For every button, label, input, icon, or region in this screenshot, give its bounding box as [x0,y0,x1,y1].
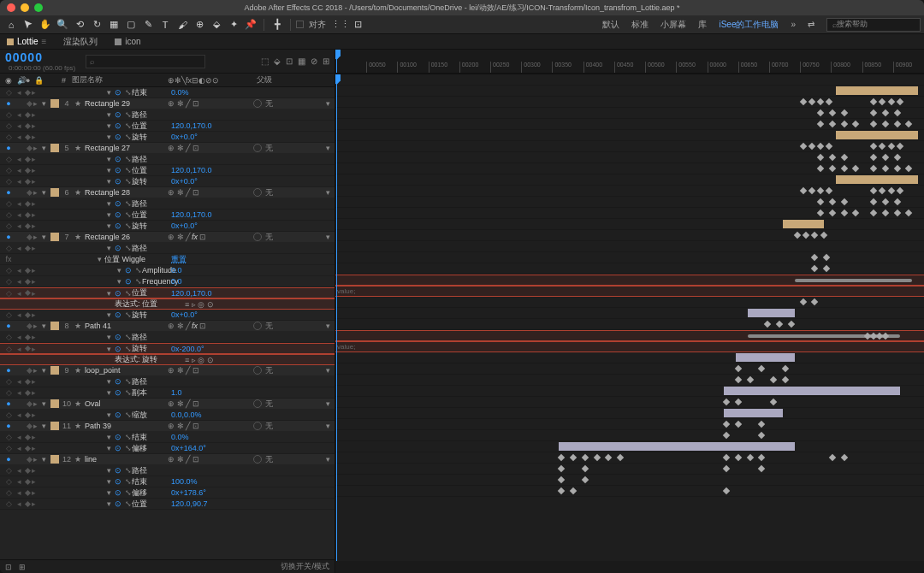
keyframe-icon[interactable] [799,98,806,105]
layer-row[interactable]: ● ▸ ▾ 10 ★ Oval ⊕ ✻ ╱ ⊡ 无▾ [0,399,335,410]
expand-toggle[interactable]: ▾ [38,422,49,430]
workspace-custom[interactable]: iSee的工作电脑 [719,19,779,31]
layer-name[interactable]: Rectangle 28 [83,188,134,197]
timeline-track[interactable] [335,263,924,275]
timeline-track[interactable] [335,152,924,163]
layer-name[interactable]: Oval [83,399,134,408]
property-row[interactable]: ◇ ◂ ▸ ▾ ⊙ ⤡ Frequency 0.0 [0,276,335,287]
keyframe-icon[interactable] [811,232,818,239]
layer-row[interactable]: ● ▸ ▾ 6 ★ Rectangle 28 ⊕ ✻ ╱ ⊡ 无▾ [0,187,335,198]
keyframe-icon[interactable] [870,187,877,194]
selection-tool-icon[interactable] [21,17,36,32]
stopwatch-icon[interactable]: ⊙ [114,333,122,341]
keyframe-nav-icon[interactable] [27,400,33,406]
keyframe-icon[interactable] [829,454,836,461]
keyframe-indicator[interactable]: ◇ [0,266,17,275]
timeline-track[interactable] [335,330,924,341]
keyframe-icon[interactable] [758,421,765,428]
layer-list[interactable]: ◇ ◂ ▸ ▾ ⊙ ⤡ 结束 0.0%● ▸ ▾ 4 ★ Rectangle 2… [0,87,335,559]
property-row[interactable]: ◇ ◂ ▸ ▾ ⊙ ⤡ 旋转 0x+0.0° [0,221,335,232]
add-keyframe-icon[interactable] [25,290,31,296]
visibility-toggle[interactable]: ● [0,188,17,197]
layer-name[interactable]: Rectangle 27 [83,144,134,152]
layer-bar[interactable] [559,442,794,451]
timeline-track[interactable] [335,208,924,219]
effect-name[interactable]: ▾位置 Wiggle [63,254,145,265]
keyframe-icon[interactable] [758,365,765,372]
expand-toggle[interactable]: ▾ [38,322,49,330]
keyframe-nav-icon[interactable] [27,422,33,428]
toggle-switches-button[interactable]: 切换开关/模式 [281,561,329,572]
comp-mini-flow-icon[interactable]: ⬚ [261,56,269,66]
keyframe-icon[interactable] [882,154,889,161]
time-ruler[interactable]: 0005000100001500020000250003000035000400… [335,50,924,74]
keyframe-icon[interactable] [840,210,847,216]
property-name[interactable]: ▾ ⊙ ⤡ 路径 [62,109,147,121]
property-row[interactable]: ◇ ◂ ▸ ▾ ⊙ ⤡ 旋转 0x+0.0° [0,132,335,143]
keyframe-icon[interactable] [582,476,589,483]
expand-toggle[interactable]: ▾ [38,399,49,408]
property-value[interactable]: 120.0,170.0 [171,210,222,219]
keyframe-indicator[interactable]: ◇ [0,289,17,298]
property-name[interactable]: ▾ ⊙ ⤡ 位置 [62,121,147,132]
solo-header-icon[interactable]: ● [26,76,34,85]
keyframe-icon[interactable] [829,109,836,116]
keyframe-icon[interactable] [735,365,742,372]
property-name[interactable]: ▾ ⊙ ⤡ 缩放 [62,410,147,421]
keyframe-icon[interactable] [558,454,565,461]
keyframe-icon[interactable] [817,187,824,194]
snap-checkbox[interactable] [296,21,304,28]
keyframe-icon[interactable] [558,465,565,472]
layer-name[interactable]: Rectangle 26 [83,233,134,241]
timeline-track[interactable] [335,397,924,408]
property-name[interactable]: ▾ ⊙ ⤡ 路径 [62,465,147,476]
property-value[interactable]: 100.0% [171,477,222,486]
keyframe-icon[interactable] [893,109,900,116]
pickwhip-icon[interactable] [253,188,262,197]
layer-search-input[interactable] [86,55,205,68]
property-value[interactable]: 0.0% [171,88,222,97]
add-keyframe-icon[interactable] [25,389,31,395]
property-row[interactable]: ◇ ◂ ▸ ▾ ⊙ ⤡ 偏移 0x+164.0° [0,443,335,454]
expression-text[interactable]: value; [337,343,355,351]
add-keyframe-icon[interactable] [25,122,31,128]
keyframe-icon[interactable] [870,98,877,105]
stopwatch-icon[interactable]: ⊙ [114,199,122,208]
property-value[interactable]: 120.0,170.0 [171,289,222,298]
layer-bar[interactable] [736,353,795,362]
property-name[interactable]: ▾ ⊙ ⤡ 路径 [62,198,147,210]
property-row[interactable]: ◇ ◂ ▸ ▾ ⊙ ⤡ 路径 [0,243,335,254]
property-value[interactable]: 0.0% [171,433,222,441]
property-name[interactable]: ▾ ⊙ ⤡ 偏移 [62,487,147,499]
keyframe-icon[interactable] [799,143,806,150]
timeline-track[interactable] [335,86,924,97]
local-axis-icon[interactable]: ╋ [270,17,285,32]
keyframe-indicator[interactable]: ◇ [0,466,17,475]
keyframe-icon[interactable] [905,210,912,216]
keyframe-icon[interactable] [799,187,806,194]
timeline-track[interactable] [335,163,924,174]
keyframe-indicator[interactable]: ◇ [0,477,17,486]
timeline-track[interactable] [335,308,924,319]
stopwatch-icon[interactable]: ⊙ [114,222,122,230]
layer-row[interactable]: ● ▸ ▾ 12 ★ line ⊕ ✻ ╱ ⊡ 无▾ [0,454,335,465]
keyframe-icon[interactable] [870,165,877,172]
add-keyframe-icon[interactable] [25,311,31,317]
layer-switches[interactable]: ⊕ ✻ ╱ ⊡ [168,399,245,408]
keyframe-icon[interactable] [570,487,577,494]
layer-switches[interactable]: ⊕ ✻ ╱ fx ⊡ [168,233,245,241]
keyframe-icon[interactable] [826,143,832,150]
keyframe-indicator[interactable]: ◇ [0,88,17,97]
property-name[interactable]: ▾ ⊙ ⤡ 结束 [62,432,147,443]
fx-toggle[interactable]: fx [0,255,17,263]
track-area[interactable]: value;value; [335,74,924,561]
tab-icon[interactable]: icon [115,37,140,46]
orbit-tool-icon[interactable]: ⟲ [72,17,87,32]
stopwatch-icon[interactable]: ⊙ [114,345,122,353]
layer-bar[interactable] [836,131,918,139]
keyframe-icon[interactable] [826,98,832,105]
keyframe-icon[interactable] [882,210,889,216]
property-name[interactable]: ▾ ⊙ ⤡ 旋转 [62,221,147,232]
visibility-toggle[interactable]: ● [0,422,17,430]
keyframe-icon[interactable] [817,143,824,150]
